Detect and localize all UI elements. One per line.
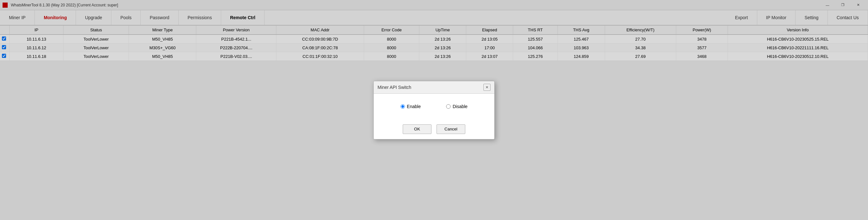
- enable-radio[interactable]: [401, 104, 405, 109]
- ok-button[interactable]: OK: [403, 125, 431, 134]
- disable-label: Disable: [453, 104, 467, 109]
- cancel-button[interactable]: Cancel: [437, 125, 465, 134]
- dialog-close-button[interactable]: ✕: [484, 84, 491, 91]
- dialog-title-bar: Miner API Switch ✕: [374, 81, 494, 94]
- disable-radio[interactable]: [446, 104, 451, 109]
- disable-option[interactable]: Disable: [446, 104, 467, 109]
- miner-api-switch-dialog: Miner API Switch ✕ Enable Disable OK Can…: [373, 81, 495, 139]
- enable-label: Enable: [407, 104, 421, 109]
- dialog-buttons: OK Cancel: [374, 125, 494, 139]
- dialog-body: Enable Disable: [374, 94, 494, 125]
- enable-option[interactable]: Enable: [401, 104, 421, 109]
- dialog-overlay: Miner API Switch ✕ Enable Disable OK Can…: [0, 0, 868, 220]
- dialog-title: Miner API Switch: [377, 85, 411, 90]
- radio-options: Enable Disable: [381, 104, 487, 109]
